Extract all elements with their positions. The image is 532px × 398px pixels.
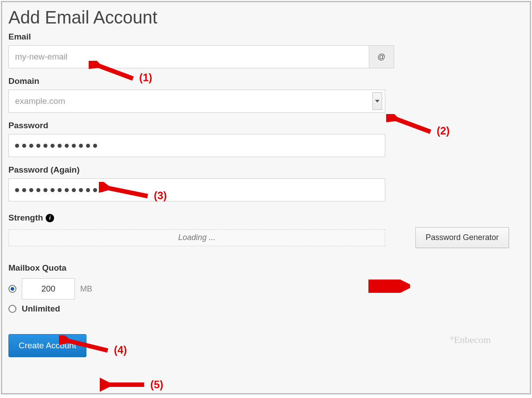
quota-field-group: Mailbox Quota MB Unlimited	[8, 263, 524, 314]
create-account-button[interactable]: Create Account	[8, 334, 86, 357]
quota-amount-input[interactable]	[22, 278, 75, 299]
strength-label: Strength	[8, 213, 43, 223]
strength-bar: Loading ...	[8, 229, 385, 246]
quota-label: Mailbox Quota	[8, 263, 524, 273]
quota-unlimited-label: Unlimited	[22, 304, 60, 314]
email-input[interactable]	[8, 45, 369, 68]
password-generator-button[interactable]: Password Generator	[415, 227, 509, 248]
email-label: Email	[8, 32, 524, 42]
quota-amount-radio[interactable]	[8, 285, 16, 293]
password-again-label: Password (Again)	[8, 165, 524, 175]
password-again-dots	[15, 188, 104, 192]
domain-select[interactable]: example.com	[8, 90, 385, 113]
annotation-5-label: (5)	[150, 378, 163, 391]
password-field-group: Password	[8, 121, 524, 157]
quota-unit: MB	[80, 284, 92, 294]
quota-amount-row: MB	[8, 278, 524, 299]
password-label: Password	[8, 121, 524, 130]
annotation-5: (5)	[100, 377, 163, 392]
password-again-field-group: Password (Again)	[8, 165, 524, 201]
domain-field-group: Domain example.com	[8, 76, 524, 113]
strength-field-group: Strength i Loading ... Password Generato…	[8, 213, 524, 248]
password-dots	[15, 144, 97, 148]
domain-label: Domain	[8, 76, 524, 86]
watermark: °Enbecom	[450, 334, 491, 346]
domain-value: example.com	[15, 96, 65, 106]
strength-label-row: Strength i	[8, 213, 54, 223]
annotation-4-label: (4)	[114, 344, 127, 356]
email-row: @	[8, 45, 394, 68]
page-title: Add Email Account	[8, 8, 524, 28]
password-input[interactable]	[8, 134, 385, 157]
password-again-input[interactable]	[8, 178, 385, 201]
quota-unlimited-row: Unlimited	[8, 304, 524, 314]
quota-unlimited-radio[interactable]	[8, 305, 16, 313]
info-icon: i	[46, 214, 54, 222]
form-panel: Add Email Account Email @ Domain example…	[1, 1, 531, 394]
chevron-down-icon[interactable]	[372, 92, 382, 110]
email-field-group: Email @	[8, 32, 524, 68]
strength-row: Loading ... Password Generator	[8, 227, 524, 248]
at-symbol-addon: @	[369, 45, 394, 68]
